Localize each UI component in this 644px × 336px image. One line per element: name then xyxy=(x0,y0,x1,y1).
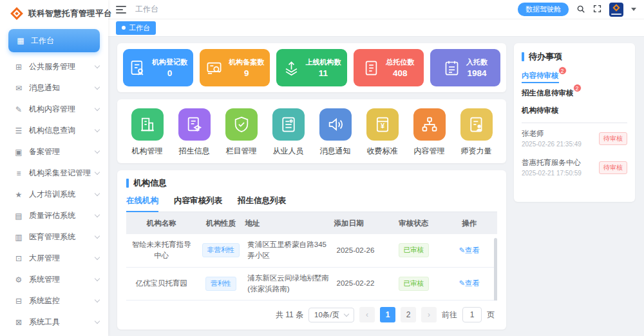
chevron-down-icon xyxy=(95,297,100,302)
todo-tabs: 内容待审核 2 招生信息待审核 2 机构待审核 xyxy=(522,69,627,123)
tab-content-review-list[interactable]: 内容审核列表 xyxy=(174,195,222,212)
stat-org-registered[interactable]: 机构登记数0 xyxy=(123,49,193,86)
chevron-down-icon xyxy=(95,106,100,111)
sidebar-item-system-tools[interactable]: ⊠ 系统工具 xyxy=(0,311,108,333)
dropdown-caret[interactable] xyxy=(631,8,636,11)
svg-text:¥: ¥ xyxy=(380,122,384,130)
view-link[interactable]: ✎查看 xyxy=(459,246,480,254)
medical-icon: ▥ xyxy=(14,233,23,242)
sidebar-item-talent-training[interactable]: ★ 人才培训系统 xyxy=(0,184,108,205)
col-review-status: 审核状态 xyxy=(386,212,441,234)
tab-workbench[interactable]: 工作台 xyxy=(116,21,156,35)
todo-list-item[interactable]: 普惠托育服务中心 2025-02-21 17:50:59 待审核 xyxy=(522,152,627,181)
pagination: 共 11 条 10条/页 ‹ 1 2 › 前往 页 xyxy=(126,301,497,324)
tab-content-pending[interactable]: 内容待审核 2 xyxy=(522,71,559,81)
page-button-1[interactable]: 1 xyxy=(380,307,395,322)
tab-enrollment-pending[interactable]: 招生信息待审核 2 xyxy=(522,88,574,98)
goto-suffix: 页 xyxy=(487,310,495,321)
org-name-cell: 亿优宝贝托育园 xyxy=(126,267,196,301)
topbar-actions: 数据驾驶舱 xyxy=(518,3,636,17)
org-name-cell: 丹尼尔托育中心 (优贝佳) xyxy=(126,301,196,301)
table-row: 智绘未来托育指导中心 非营利性 黄浦区五里桥蒙自路345弄小区 2025-02-… xyxy=(126,234,497,267)
page-button-2[interactable]: 2 xyxy=(401,307,416,322)
pending-status-badge: 待审核 xyxy=(599,132,627,145)
content-area: 机构登记数0 机构备案数9 上线机构数11 总托位数408 xyxy=(108,37,644,336)
stat-total-slots[interactable]: 总托位数408 xyxy=(354,49,424,86)
stat-org-filed[interactable]: 机构备案数9 xyxy=(200,49,270,86)
chevron-down-icon xyxy=(95,84,100,90)
tools-icon: ⊠ xyxy=(14,318,23,327)
doc-teacher-icon xyxy=(460,108,493,141)
sidebar-item-org-content[interactable]: ✎ 机构内容管理 xyxy=(0,99,108,120)
document-icon xyxy=(363,59,380,77)
app-message-notice[interactable]: 消息通知 xyxy=(319,108,352,157)
app-fee-standard[interactable]: ¥ 收费标准 xyxy=(366,108,399,157)
app-teacher-strength[interactable]: 师资力量 xyxy=(460,108,493,157)
chevron-down-icon xyxy=(95,319,100,324)
stat-org-online[interactable]: 上线机构数11 xyxy=(276,49,346,86)
pending-status-badge: 待审核 xyxy=(599,161,627,174)
goto-page-input[interactable] xyxy=(462,307,482,322)
sidebar-item-system-monitor[interactable]: ⊟ 系统监控 xyxy=(0,290,108,311)
goto-label: 前往 xyxy=(442,310,457,321)
tab-online-orgs[interactable]: 在线机构 xyxy=(126,195,158,212)
org-table-viewport: 机构名称 机构性质 地址 添加日期 审核状态 操作 智绘 xyxy=(126,212,497,301)
app-org-manage[interactable]: 机构管理 xyxy=(131,108,164,157)
sidebar-item-medical-care[interactable]: ▥ 医育管理系统 xyxy=(0,226,108,248)
sidebar-item-message-notice[interactable]: ✉ 消息通知 xyxy=(0,77,108,99)
view-link[interactable]: ✎查看 xyxy=(459,279,480,287)
title-accent-bar xyxy=(126,179,129,188)
doc-person-icon xyxy=(129,59,146,77)
prev-page-button[interactable]: ‹ xyxy=(359,307,375,322)
sidebar-item-public-service[interactable]: ⊞ 公共服务管理 xyxy=(0,56,108,77)
data-cockpit-button[interactable]: 数据驾驶舱 xyxy=(518,3,569,16)
sitemap-icon xyxy=(413,108,446,141)
sidebar-item-system-manage[interactable]: ⚙ 系统管理 xyxy=(0,269,108,290)
date-cell: 2025-02-22 xyxy=(334,267,386,301)
col-actions: 操作 xyxy=(442,212,497,234)
chevron-down-icon xyxy=(95,233,100,239)
org-info-panel: 机构信息 在线机构 内容审核列表 招生信息列表 机构名称 机构性质 xyxy=(117,170,506,330)
page-size-select[interactable]: 10条/页 xyxy=(308,308,354,322)
sidebar-item-workbench[interactable]: ▦ 工作台 xyxy=(8,29,100,52)
dashboard-icon: ▦ xyxy=(16,36,25,45)
message-icon: ✉ xyxy=(14,84,23,93)
sidebar-item-org-info-query[interactable]: ☰ 机构信息查询 xyxy=(0,120,108,141)
chevron-down-icon xyxy=(344,311,349,316)
sidebar-item-collect-register[interactable]: ≡ 机构采集登记管理 xyxy=(0,163,108,184)
sidebar-menu: ▦ 工作台 ⊞ 公共服务管理 ✉ 消息通知 ✎ 机构内容管理 ☰ 机构信息查询 xyxy=(0,25,108,336)
chevron-down-icon xyxy=(95,127,100,132)
chevron-down-icon xyxy=(95,170,100,175)
nature-badge: 营利性 xyxy=(205,277,236,291)
col-date-added: 添加日期 xyxy=(334,212,386,234)
app-title: 联科智慧托育管理平台 xyxy=(28,8,112,19)
app-enrollment-info[interactable]: 招生信息 xyxy=(178,108,211,157)
status-badge: 已审核 xyxy=(399,243,430,257)
shield-check-icon xyxy=(225,108,258,141)
stat-enrolled[interactable]: 入托数1984 xyxy=(430,49,500,86)
table-scrollbar[interactable] xyxy=(494,238,497,301)
org-info-title: 机构信息 xyxy=(133,177,167,189)
right-column: 待办事项 内容待审核 2 招生信息待审核 2 机构待审核 xyxy=(514,43,635,330)
quality-icon: ▤ xyxy=(14,212,23,221)
tab-enrollment-info-list[interactable]: 招生信息列表 xyxy=(238,195,286,212)
user-avatar[interactable] xyxy=(609,3,623,17)
chevron-down-icon xyxy=(95,191,100,196)
breadcrumb: 工作台 xyxy=(135,4,158,15)
tab-org-pending[interactable]: 机构待审核 xyxy=(522,106,559,115)
fullscreen-icon[interactable] xyxy=(593,5,601,14)
sidebar-item-quality-eval[interactable]: ▤ 质量评估系统 xyxy=(0,205,108,226)
org-table: 机构名称 机构性质 地址 添加日期 审核状态 操作 智绘 xyxy=(126,212,497,301)
search-icon[interactable] xyxy=(576,5,585,15)
public-service-icon: ⊞ xyxy=(14,63,23,72)
sidebar-item-record-manage[interactable]: ▣ 备案管理 xyxy=(0,141,108,163)
sidebar-item-big-screen[interactable]: ⊡ 大屏管理 xyxy=(0,248,108,269)
next-page-button[interactable]: › xyxy=(421,307,437,322)
app-column-manage[interactable]: 栏目管理 xyxy=(225,108,258,157)
app-content-manage[interactable]: 内容管理 xyxy=(413,108,446,157)
collapse-sidebar-icon[interactable] xyxy=(116,6,126,14)
collect-register-icon: ≡ xyxy=(14,169,23,178)
app-practitioners[interactable]: 从业人员 xyxy=(272,108,305,157)
info-query-icon: ☰ xyxy=(14,126,23,135)
todo-list-item[interactable]: 张老师 2025-02-26 21:35:49 待审核 xyxy=(522,123,627,152)
